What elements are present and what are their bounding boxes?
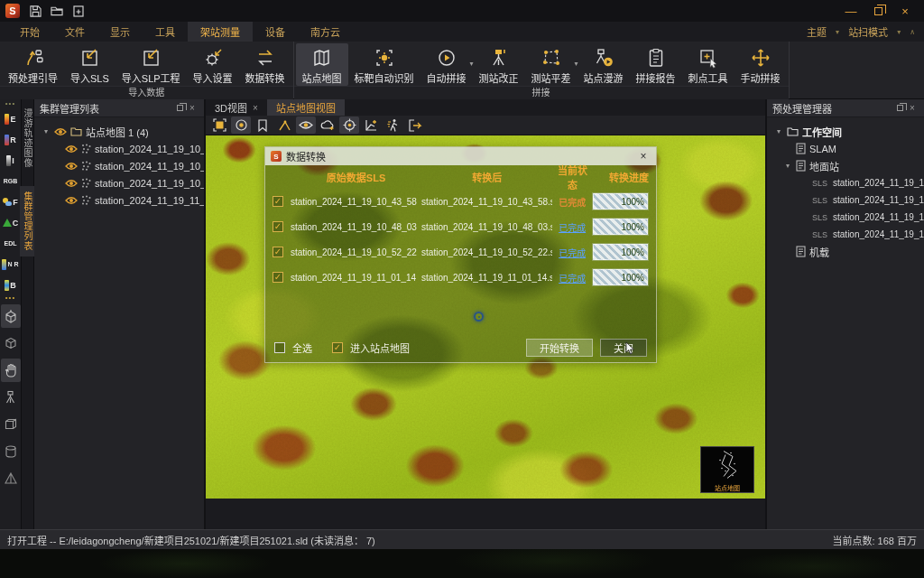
float-panel-icon[interactable] — [173, 105, 186, 111]
chevron-down-icon[interactable]: ▾ — [774, 127, 783, 135]
restore-button[interactable] — [864, 1, 892, 21]
visibility-eye-icon[interactable] — [65, 196, 78, 205]
import-slp-button[interactable]: 导入SLP工程 — [116, 43, 187, 86]
manual-stitch-button[interactable]: 手动拼接 — [735, 43, 787, 86]
sls-station-row[interactable]: SLS station_2024_11_19_10_52 ... — [769, 209, 922, 226]
close-panel-icon[interactable]: × — [186, 103, 199, 113]
select-all-label[interactable]: 全选 — [292, 340, 312, 355]
sls-station-row[interactable]: SLS station_2024_11_19_10_48 ... — [769, 191, 922, 209]
classification-mode-button[interactable]: C — [1, 212, 21, 233]
normal-mode-button[interactable]: N R — [1, 254, 21, 275]
site-map-thumbnail[interactable]: 站点地图 — [700, 446, 754, 493]
station-row[interactable]: station_2024_11_19_10_4... — [36, 157, 202, 174]
sls-station-row[interactable]: SLS station_2024_11_19_10_43 ... — [769, 174, 922, 191]
chevron-down-icon[interactable]: ▾ — [783, 162, 792, 170]
select-all-checkbox[interactable]: ✓ — [274, 342, 285, 353]
station-row[interactable]: station_2024_11_19_10_5... — [36, 174, 202, 191]
menu-tab-file[interactable]: 文件 — [52, 22, 97, 42]
chevron-down-icon[interactable]: ▾ — [42, 127, 51, 135]
auto-stitch-button[interactable]: 自动拼接 ▾ — [420, 43, 473, 86]
status-link[interactable]: 已完成 — [552, 271, 592, 284]
walkthrough-tool[interactable] — [383, 117, 402, 134]
conversion-row[interactable]: ✓ station_2024_11_19_10_52_22 station_20… — [265, 239, 656, 265]
crop-box-tool-button[interactable] — [1, 304, 21, 328]
pan-hand-tool-button[interactable] — [1, 359, 21, 382]
station-correction-button[interactable]: 测站改正 — [473, 43, 525, 86]
ground-station-row[interactable]: ▾ 地面站 — [769, 157, 922, 174]
roam-track-image-tab[interactable]: 漫游轨迹图像 — [20, 103, 35, 173]
intensity-mode-button[interactable]: I — [1, 150, 21, 171]
site-roam-button[interactable]: 站点漫游 — [578, 43, 630, 86]
close-dialog-button[interactable]: 关闭 — [600, 339, 647, 357]
workspace-row[interactable]: ▾ 工作空间 — [769, 123, 922, 140]
row-checkbox[interactable]: ✓ — [273, 247, 283, 257]
stitch-report-button[interactable]: 拼接报告 — [630, 43, 682, 86]
cylinder-tool-button[interactable] — [1, 440, 21, 463]
start-conversion-button[interactable]: 开始转换 — [526, 339, 593, 357]
view-tab-site-map[interactable]: 站点地图视图 — [267, 99, 345, 116]
site-map-button[interactable]: 站点地图 — [296, 43, 348, 86]
menu-tab-start[interactable]: 开始 — [7, 22, 52, 42]
return-mode-button[interactable]: R — [1, 129, 21, 150]
collapse-ribbon-button[interactable]: ∧ — [910, 28, 915, 36]
float-panel-icon[interactable] — [893, 105, 906, 111]
measure-angle-tool[interactable] — [274, 117, 294, 134]
rgb-mode-button[interactable]: RGB — [1, 171, 21, 191]
menu-tab-device[interactable]: 设备 — [253, 22, 298, 42]
prism-tool-button[interactable] — [1, 467, 21, 490]
row-checkbox[interactable]: ✓ — [273, 272, 283, 283]
site-map-viewport[interactable]: 站点地图 S 数据转换 × 原始数据SLS 转换后 当前状态 — [206, 135, 765, 499]
import-settings-button[interactable]: 导入设置 — [187, 43, 239, 86]
exit-view-tool[interactable] — [404, 117, 424, 134]
scan-mode-dropdown[interactable]: 站扫模式 — [848, 24, 888, 39]
station-row[interactable]: station_2024_11_19_10_4... — [36, 140, 202, 157]
add-trajectory-tool[interactable] — [361, 117, 381, 134]
close-panel-icon[interactable]: × — [906, 103, 919, 113]
cube-tool-button[interactable] — [1, 331, 21, 355]
elevation-mode-button[interactable]: E — [1, 108, 21, 129]
station-row[interactable]: station_2024_11_19_11_0... — [36, 191, 202, 209]
conversion-row[interactable]: ✓ station_2024_11_19_10_43_58 station_20… — [265, 189, 656, 214]
close-tab-icon[interactable]: × — [253, 103, 258, 113]
dialog-close-button[interactable]: × — [636, 150, 651, 163]
slam-row[interactable]: SLAM — [769, 140, 922, 157]
row-checkbox[interactable]: ✓ — [273, 196, 283, 207]
station-adjustment-button[interactable]: 测站平差 ▾ — [525, 43, 578, 86]
close-button[interactable]: × — [892, 1, 919, 21]
add-cloud-tool[interactable] — [318, 117, 337, 134]
sls-station-row[interactable]: SLS station_2024_11_19_11_01 ... — [769, 226, 922, 243]
open-folder-icon[interactable] — [49, 3, 65, 19]
view-tab-3d[interactable]: 3D视图 × — [206, 99, 267, 116]
status-link[interactable]: 已完成 — [552, 246, 592, 259]
edl-mode-button[interactable]: EDL — [1, 233, 21, 254]
save-icon[interactable] — [27, 3, 43, 19]
aerial-row[interactable]: 机载 — [769, 243, 922, 260]
visibility-eye-icon[interactable] — [65, 144, 78, 154]
fusion-mode-button[interactable]: F — [1, 191, 21, 212]
blend-mode-button[interactable]: B — [1, 275, 21, 295]
visibility-tool[interactable] — [296, 117, 316, 134]
conversion-row[interactable]: ✓ station_2024_11_19_11_01_14 station_20… — [265, 265, 656, 290]
theme-dropdown[interactable]: 主题 — [807, 24, 827, 39]
status-link[interactable]: 已完成 — [552, 220, 592, 234]
pick-point-tool-button[interactable]: 刺点工具 — [682, 43, 735, 86]
target-tool[interactable] — [339, 117, 359, 134]
menu-tab-display[interactable]: 显示 — [97, 22, 143, 42]
enter-site-map-checkbox[interactable]: ✓ — [332, 342, 343, 353]
import-sls-button[interactable]: 导入SLS — [64, 43, 116, 86]
preprocess-guide-button[interactable]: 预处理引导 — [2, 43, 64, 86]
conversion-row[interactable]: ✓ station_2024_11_19_10_48_03 station_20… — [265, 214, 656, 239]
menu-tab-tools[interactable]: 工具 — [143, 22, 188, 42]
tree-root-row[interactable]: ▾ 站点地图 1 (4) — [36, 123, 202, 140]
minimize-button[interactable]: — — [837, 1, 864, 21]
box-view-button[interactable] — [1, 413, 21, 436]
rect-select-tool[interactable] — [209, 117, 229, 134]
dialog-title-bar[interactable]: S 数据转换 × — [265, 147, 656, 165]
row-checkbox[interactable]: ✓ — [273, 221, 283, 232]
new-project-icon[interactable] — [70, 3, 87, 19]
menu-tab-south-cloud[interactable]: 南方云 — [298, 22, 353, 42]
data-convert-button[interactable]: 数据转换 — [239, 43, 291, 86]
point-select-tool[interactable] — [231, 117, 251, 134]
menu-tab-station-survey[interactable]: 架站测量 — [188, 22, 253, 42]
bookmark-tool[interactable] — [253, 117, 273, 134]
